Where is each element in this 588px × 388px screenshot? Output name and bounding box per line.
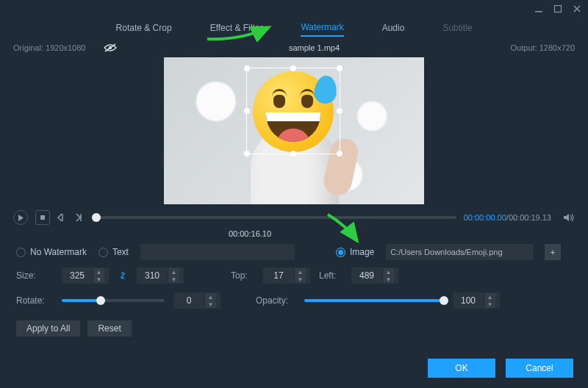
tab-rotate-crop[interactable]: Rotate & Crop — [116, 20, 172, 36]
minimize-button[interactable] — [534, 4, 544, 14]
tab-effect-filter[interactable]: Effect & Filter — [210, 20, 263, 36]
hover-timestamp: 00:00:16.10 — [0, 229, 588, 238]
prev-frame-button[interactable] — [57, 213, 68, 222]
svg-rect-1 — [555, 6, 562, 12]
rotate-value[interactable]: ▲▼ — [173, 292, 220, 309]
dialog-footer: OK Cancel — [428, 359, 573, 378]
window-titlebar — [0, 0, 588, 18]
height-input[interactable]: ▲▼ — [137, 267, 184, 284]
output-size-label: Output: 1280x720 — [511, 43, 575, 52]
svg-rect-4 — [40, 215, 45, 220]
reset-button[interactable]: Reset — [87, 320, 131, 337]
image-path-field[interactable]: C:/Users Downloads/Emoji.png — [386, 244, 533, 260]
apply-to-all-button[interactable]: Apply to All — [16, 320, 80, 337]
top-label: Top: — [231, 270, 254, 281]
play-button[interactable] — [13, 210, 28, 225]
timeline-track[interactable] — [93, 216, 456, 219]
opacity-value[interactable]: ▲▼ — [453, 292, 500, 309]
rotate-slider[interactable] — [62, 299, 165, 302]
editor-tabs: Rotate & Crop Effect & Filter Watermark … — [0, 18, 588, 38]
opacity-label: Opacity: — [256, 295, 295, 306]
volume-icon[interactable] — [563, 212, 575, 223]
left-label: Left: — [319, 270, 343, 281]
svg-rect-0 — [535, 11, 542, 12]
watermark-bounding-box[interactable] — [246, 68, 340, 154]
time-counter: 00:00:00.00/00:00:19.13 — [464, 213, 551, 222]
width-input[interactable]: ▲▼ — [62, 267, 109, 284]
top-input[interactable]: ▲▼ — [263, 267, 310, 284]
rotate-label: Rotate: — [16, 295, 53, 306]
ok-button[interactable]: OK — [428, 359, 495, 378]
left-input[interactable]: ▲▼ — [351, 267, 398, 284]
link-aspect-icon[interactable] — [118, 270, 128, 281]
stop-button[interactable] — [35, 210, 50, 225]
radio-image[interactable]: Image — [336, 247, 374, 257]
size-label: Size: — [16, 270, 53, 281]
preview-toggle-icon[interactable] — [103, 43, 118, 53]
add-image-button[interactable]: ＋ — [545, 244, 561, 260]
opacity-slider[interactable] — [304, 299, 444, 302]
tab-subtitle[interactable]: Subtitle — [442, 20, 472, 36]
cancel-button[interactable]: Cancel — [506, 359, 573, 378]
watermark-image[interactable] — [253, 71, 334, 152]
original-size-label: Original: 1920x1080 — [13, 43, 85, 52]
tab-watermark[interactable]: Watermark — [301, 19, 343, 37]
maximize-button[interactable] — [553, 4, 563, 14]
radio-text[interactable]: Text — [98, 247, 129, 257]
watermark-mode-row: No Watermark Text Image C:/Users Downloa… — [0, 241, 588, 263]
filename-label: sample 1.mp4 — [118, 43, 510, 52]
text-watermark-input[interactable] — [140, 244, 295, 260]
info-bar: Original: 1920x1080 sample 1.mp4 Output:… — [0, 38, 588, 57]
video-preview[interactable] — [164, 57, 424, 204]
size-position-row: Size: ▲▼ ▲▼ Top: ▲▼ Left: ▲▼ — [0, 263, 588, 288]
rotate-opacity-row: Rotate: ▲▼ Opacity: ▲▼ — [0, 288, 588, 313]
close-button[interactable] — [572, 4, 582, 14]
next-frame-button[interactable] — [75, 213, 85, 222]
tab-audio[interactable]: Audio — [382, 20, 405, 36]
radio-no-watermark[interactable]: No Watermark — [16, 247, 87, 257]
playback-bar: 00:00:00.00/00:00:19.13 — [0, 204, 588, 231]
